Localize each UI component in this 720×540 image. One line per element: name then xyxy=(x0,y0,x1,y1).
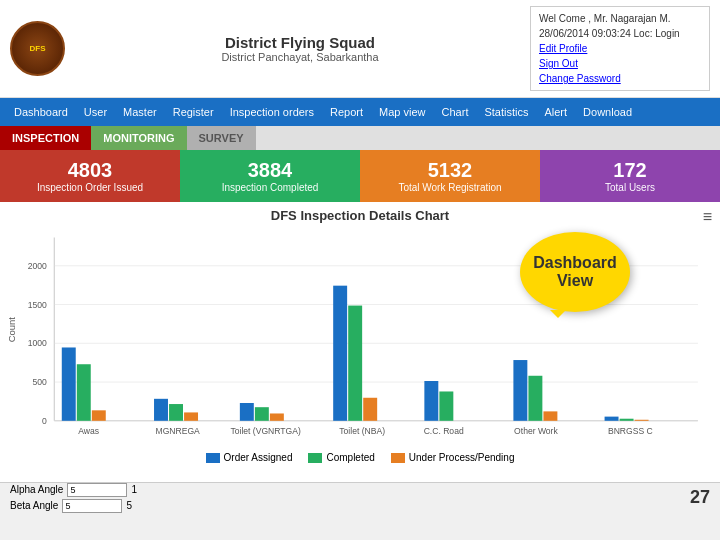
svg-text:0: 0 xyxy=(42,416,47,426)
legend-order-assigned: Order Assigned xyxy=(206,452,293,463)
stat-users-label: Total Users xyxy=(605,182,655,193)
stats-row: 4803 Inspection Order Issued 3884 Inspec… xyxy=(0,150,720,202)
svg-rect-30 xyxy=(439,391,453,420)
edit-profile-link[interactable]: Edit Profile xyxy=(539,41,701,56)
svg-rect-36 xyxy=(605,417,619,421)
header: DFS District Flying Squad District Panch… xyxy=(0,0,720,98)
svg-text:Awas: Awas xyxy=(78,427,99,437)
stat-issued-number: 4803 xyxy=(68,159,113,182)
stat-registration-label: Total Work Registration xyxy=(398,182,501,193)
svg-text:MGNREGA: MGNREGA xyxy=(155,427,200,437)
subnav-survey[interactable]: SURVEY xyxy=(187,126,256,150)
alpha-angle-label: Alpha Angle xyxy=(10,484,63,495)
logo: DFS xyxy=(10,21,65,76)
stat-registration-number: 5132 xyxy=(428,159,473,182)
legend-label-assigned: Order Assigned xyxy=(224,452,293,463)
nav-statistics[interactable]: Statistics xyxy=(476,98,536,126)
svg-text:500: 500 xyxy=(32,377,47,387)
stat-issued-label: Inspection Order Issued xyxy=(37,182,143,193)
legend-label-pending: Under Process/Pending xyxy=(409,452,515,463)
legend-color-completed xyxy=(308,453,322,463)
svg-text:1000: 1000 xyxy=(28,339,47,349)
svg-text:Count: Count xyxy=(6,317,17,342)
svg-rect-34 xyxy=(543,411,557,420)
datetime-text: 28/06/2014 09:03:24 Loc: Login xyxy=(539,26,701,41)
alpha-extra: 1 xyxy=(131,484,137,495)
app-subtitle: District Panchayat, Sabarkantha xyxy=(70,51,530,63)
beta-extra: 5 xyxy=(126,500,132,511)
svg-rect-21 xyxy=(240,403,254,421)
svg-rect-22 xyxy=(255,407,269,421)
app-title: District Flying Squad xyxy=(70,34,530,51)
header-center: District Flying Squad District Panchayat… xyxy=(70,34,530,63)
logo-area: DFS xyxy=(10,21,70,76)
svg-rect-32 xyxy=(513,360,527,421)
svg-rect-25 xyxy=(333,286,347,421)
beta-angle-row: Beta Angle 5 xyxy=(10,499,137,513)
svg-text:C.C. Road: C.C. Road xyxy=(424,427,464,437)
page-number: 27 xyxy=(690,487,710,508)
svg-text:Toilet (NBA): Toilet (NBA) xyxy=(339,427,385,437)
nav-register[interactable]: Register xyxy=(165,98,222,126)
stat-users: 172 Total Users xyxy=(540,150,720,202)
stat-issued: 4803 Inspection Order Issued xyxy=(0,150,180,202)
sign-out-link[interactable]: Sign Out xyxy=(539,56,701,71)
subnav-inspection[interactable]: INSPECTION xyxy=(0,126,91,150)
chart-area: DFS Inspection Details Chart ≡ Dashboard… xyxy=(0,202,720,482)
svg-rect-14 xyxy=(77,364,91,421)
nav-user[interactable]: User xyxy=(76,98,115,126)
nav-map-view[interactable]: Map view xyxy=(371,98,433,126)
nav-report[interactable]: Report xyxy=(322,98,371,126)
alpha-angle-input[interactable] xyxy=(67,483,127,497)
svg-rect-26 xyxy=(348,306,362,421)
alpha-angle-row: Alpha Angle 1 xyxy=(10,483,137,497)
stat-users-number: 172 xyxy=(613,159,646,182)
change-password-link[interactable]: Change Password xyxy=(539,71,701,86)
stat-registration: 5132 Total Work Registration xyxy=(360,150,540,202)
legend-pending: Under Process/Pending xyxy=(391,452,515,463)
nav-inspection-orders[interactable]: Inspection orders xyxy=(222,98,322,126)
dashboard-bubble: Dashboard View xyxy=(520,232,630,312)
svg-rect-23 xyxy=(270,413,284,420)
stat-completed-label: Inspection Completed xyxy=(222,182,319,193)
stat-completed-number: 3884 xyxy=(248,159,293,182)
stat-completed: 3884 Inspection Completed xyxy=(180,150,360,202)
nav-dashboard[interactable]: Dashboard xyxy=(6,98,76,126)
svg-rect-19 xyxy=(184,412,198,420)
svg-rect-37 xyxy=(620,419,634,421)
svg-rect-18 xyxy=(169,404,183,421)
svg-text:Toilet (VGNRTGA): Toilet (VGNRTGA) xyxy=(230,427,300,437)
subnav-monitoring[interactable]: MONITORING xyxy=(91,126,186,150)
nav-master[interactable]: Master xyxy=(115,98,165,126)
svg-rect-13 xyxy=(62,347,76,420)
legend-completed: Completed xyxy=(308,452,374,463)
angle-inputs: Alpha Angle 1 Beta Angle 5 xyxy=(10,483,137,513)
welcome-text: Wel Come , Mr. Nagarajan M. xyxy=(539,11,701,26)
svg-text:1500: 1500 xyxy=(28,300,47,310)
svg-text:2000: 2000 xyxy=(28,261,47,271)
svg-rect-38 xyxy=(635,420,649,421)
svg-rect-27 xyxy=(363,398,377,421)
bottom-bar: Alpha Angle 1 Beta Angle 5 27 xyxy=(0,482,720,512)
nav-chart[interactable]: Chart xyxy=(434,98,477,126)
chart-menu-icon[interactable]: ≡ xyxy=(703,208,712,226)
user-info: Wel Come , Mr. Nagarajan M. 28/06/2014 0… xyxy=(530,6,710,91)
nav-alert[interactable]: Alert xyxy=(536,98,575,126)
svg-rect-33 xyxy=(528,376,542,421)
svg-text:Other Work: Other Work xyxy=(514,427,558,437)
navbar: Dashboard User Master Register Inspectio… xyxy=(0,98,720,126)
legend-color-assigned xyxy=(206,453,220,463)
chart-legend: Order Assigned Completed Under Process/P… xyxy=(6,452,714,463)
svg-rect-17 xyxy=(154,399,168,421)
logo-text: DFS xyxy=(30,44,46,53)
svg-rect-15 xyxy=(92,410,106,420)
beta-angle-input[interactable] xyxy=(62,499,122,513)
svg-rect-29 xyxy=(424,381,438,421)
legend-label-completed: Completed xyxy=(326,452,374,463)
subnav: INSPECTION MONITORING SURVEY xyxy=(0,126,720,150)
beta-angle-label: Beta Angle xyxy=(10,500,58,511)
legend-color-pending xyxy=(391,453,405,463)
chart-title: DFS Inspection Details Chart xyxy=(6,208,714,223)
svg-text:BNRGSS C: BNRGSS C xyxy=(608,427,653,437)
nav-download[interactable]: Download xyxy=(575,98,640,126)
